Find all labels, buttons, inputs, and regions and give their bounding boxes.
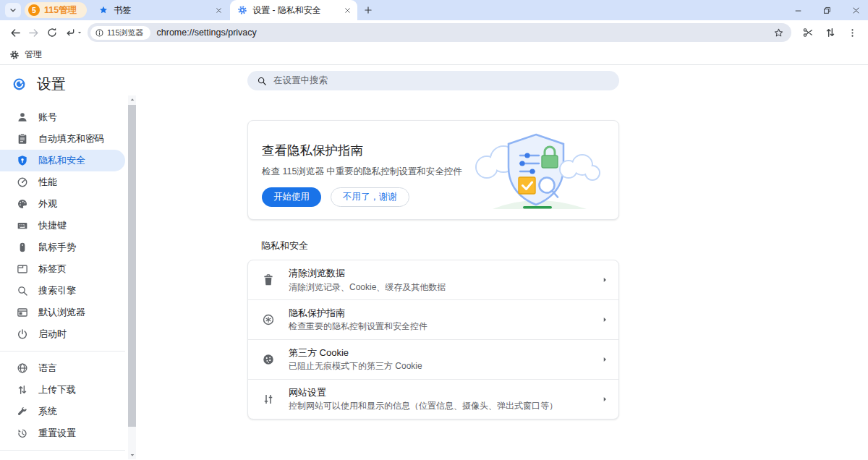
restore-icon[interactable] [822, 6, 832, 15]
sidebar-item-label: 性能 [38, 176, 57, 189]
toolbar: 115浏览器 chrome://settings/privacy [0, 20, 868, 45]
settings-row-cookie[interactable]: 第三方 Cookie已阻止无痕模式下的第三方 Cookie [248, 340, 618, 380]
scrollbar-up-icon[interactable] [129, 95, 135, 104]
close-window-icon[interactable] [851, 6, 861, 15]
sidebar-item-puzzle[interactable]: 应用管理 [0, 456, 125, 460]
sidebar-item-keyboard[interactable]: 快捷键 [0, 215, 125, 237]
scrollbar-down-icon[interactable] [129, 451, 135, 459]
row-subtitle: 控制网站可以使用和显示的信息（位置信息、摄像头、弹出式窗口等） [289, 400, 600, 412]
sidebar-item-label: 鼠标手势 [38, 241, 76, 254]
wrench-icon [17, 406, 28, 417]
settings-search-input[interactable]: 在设置中搜索 [247, 71, 619, 90]
chevron-right-icon [600, 315, 609, 324]
sidebar-item-search[interactable]: 搜索引擎 [0, 280, 125, 302]
new-tab-button[interactable] [363, 5, 373, 15]
row-title: 清除浏览数据 [289, 266, 600, 281]
search-icon [257, 76, 267, 86]
tab-settings-active[interactable]: 设置 - 隐私和安全 [230, 0, 357, 20]
tab-strip: 5 115管理 书签 设置 - 隐私和安全 [0, 0, 868, 20]
site-info-chip[interactable]: 115浏览器 [90, 26, 150, 40]
tab-close-icon[interactable] [215, 7, 223, 14]
sidebar-item-updown[interactable]: 上传下载 [0, 379, 125, 401]
sidebar-item-person[interactable]: 账号 [0, 106, 125, 128]
sidebar-item-label: 系统 [38, 405, 57, 418]
chevron-right-icon [600, 395, 609, 404]
sidebar-item-label: 语言 [38, 362, 57, 375]
no-thanks-button[interactable]: 不用了，谢谢 [331, 187, 409, 207]
sidebar-header: 设置 [0, 65, 137, 101]
minimize-icon[interactable] [793, 6, 803, 15]
sidebar-item-globe[interactable]: 语言 [0, 357, 125, 379]
tab-bookmarks[interactable]: 书签 [91, 0, 229, 20]
reload-icon[interactable] [43, 24, 61, 42]
start-button[interactable]: 开始使用 [262, 187, 321, 207]
browser-icon [17, 307, 28, 318]
sidebar-item-label: 重置设置 [38, 427, 76, 440]
sidebar-item-palette[interactable]: 外观 [0, 193, 125, 215]
settings-row-guide[interactable]: 隐私保护指南检查重要的隐私控制设置和安全控件 [248, 300, 618, 340]
privacy-settings-list: 清除浏览数据清除浏览记录、Cookie、缓存及其他数据隐私保护指南检查重要的隐私… [247, 260, 619, 419]
settings-row-trash[interactable]: 清除浏览数据清除浏览记录、Cookie、缓存及其他数据 [248, 260, 618, 300]
bookmark-item-label[interactable]: 管理 [25, 48, 42, 61]
sidebar-item-shield[interactable]: 隐私和安全 [0, 150, 125, 171]
url-text[interactable]: chrome://settings/privacy [157, 27, 773, 38]
toolbar-right [799, 24, 861, 42]
tab-label: 书签 [114, 4, 210, 17]
globe-icon [17, 362, 28, 374]
sidebar-divider [0, 351, 125, 352]
forward-icon[interactable] [25, 24, 43, 42]
info-icon [95, 28, 104, 38]
sidebar-item-label: 上传下载 [38, 383, 76, 396]
chevron-right-icon [600, 276, 609, 284]
reset-icon [17, 427, 28, 439]
sidebar-item-reset[interactable]: 重置设置 [0, 422, 125, 444]
sidebar-item-browser[interactable]: 默认浏览器 [0, 302, 125, 323]
sidebar-scrollbar[interactable] [128, 95, 136, 459]
cookie-icon [262, 353, 276, 366]
sidebar-item-label: 账号 [38, 111, 57, 124]
address-bar[interactable]: 115浏览器 chrome://settings/privacy [88, 23, 791, 42]
palette-icon [17, 198, 28, 210]
search-icon [17, 285, 28, 297]
sidebar-nav: 账号自动填充和密码隐私和安全性能外观快捷键鼠标手势标签页搜索引擎默认浏览器启动时… [0, 101, 137, 460]
transfer-icon[interactable] [821, 24, 839, 42]
row-title: 第三方 Cookie [289, 346, 600, 360]
sidebar-item-label: 默认浏览器 [38, 306, 85, 319]
sidebar-divider [0, 450, 125, 451]
speed-icon [17, 176, 28, 188]
sidebar-item-autofill[interactable]: 自动填充和密码 [0, 128, 125, 150]
bookmarks-bar: 管理 [0, 45, 868, 65]
site-chip-label: 115浏览器 [107, 27, 144, 38]
pinned-tab-115[interactable]: 5 115管理 [25, 2, 87, 18]
back-icon[interactable] [7, 24, 25, 42]
menu-kebab-icon[interactable] [843, 24, 861, 42]
settings-title: 设置 [37, 74, 66, 94]
sidebar-item-power[interactable]: 启动时 [0, 323, 125, 345]
settings-row-tune[interactable]: 网站设置控制网站可以使用和显示的信息（位置信息、摄像头、弹出式窗口等） [248, 380, 618, 419]
sidebar-item-label: 标签页 [38, 263, 67, 276]
tab-label: 设置 - 隐私和安全 [252, 4, 339, 17]
sidebar-item-tabpage[interactable]: 标签页 [0, 258, 125, 280]
sidebar-item-mouse[interactable]: 鼠标手势 [0, 237, 125, 258]
sidebar-item-label: 启动时 [38, 328, 67, 341]
row-subtitle: 检查重要的隐私控制设置和安全控件 [289, 320, 600, 333]
115-badge-icon: 5 [28, 4, 40, 16]
tab-search-button[interactable] [5, 3, 21, 17]
sidebar-item-wrench[interactable]: 系统 [0, 401, 125, 422]
mouse-icon [17, 242, 28, 253]
tabpage-icon [17, 263, 28, 275]
sidebar-item-label: 外观 [38, 197, 57, 210]
bookmark-star-icon[interactable] [773, 27, 784, 38]
row-subtitle: 已阻止无痕模式下的第三方 Cookie [289, 360, 600, 372]
star-favicon-icon [98, 5, 109, 15]
tab-close-icon[interactable] [344, 7, 352, 14]
scissors-icon[interactable] [799, 24, 817, 42]
row-title: 网站设置 [289, 386, 600, 400]
gear-icon [9, 50, 20, 60]
sidebar-item-speed[interactable]: 性能 [0, 171, 125, 193]
scrollbar-thumb[interactable] [128, 105, 136, 427]
row-title: 隐私保护指南 [289, 306, 600, 320]
search-placeholder: 在设置中搜索 [273, 74, 328, 87]
restore-tab-dropdown-icon[interactable] [76, 29, 83, 36]
sidebar-item-label: 搜索引擎 [38, 284, 76, 297]
